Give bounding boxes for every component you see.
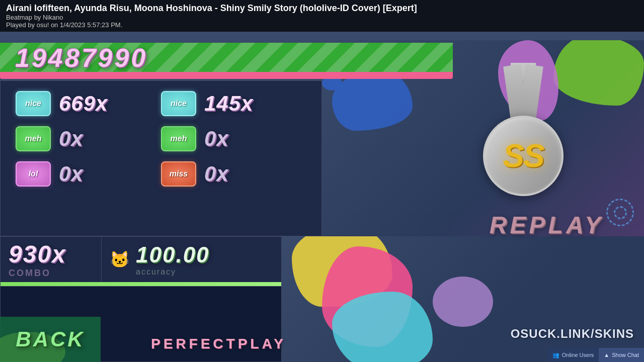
- score-value: 19487990: [15, 43, 147, 73]
- hit100-icon-2: meh: [161, 126, 196, 151]
- combo-box: 930x combo: [1, 237, 101, 282]
- back-button[interactable]: BACK: [0, 317, 101, 362]
- hit-stats-panel: nice 669x nice 145x meh 0x meh 0x lol 0x…: [0, 80, 322, 236]
- beatmap-info: Beatmap by Nikano Played by osu! on 1/4/…: [6, 14, 638, 29]
- played-by: Played by osu! on 1/4/2023 5:57:23 PM.: [6, 21, 122, 29]
- stat-row-hit300-2: nice 145x: [161, 91, 306, 116]
- accuracy-box: 🐱 100.00 accuracy: [101, 237, 281, 282]
- spinner-icon: [606, 199, 634, 226]
- medal-circle: SS: [483, 116, 564, 196]
- combo-accuracy-row: 930x combo 🐱 100.00 accuracy: [1, 237, 281, 282]
- accuracy-display: 100.00 accuracy: [136, 242, 210, 277]
- chevron-up-icon: ▲: [604, 352, 609, 358]
- score-bar: 19487990: [0, 43, 453, 73]
- combo-label: combo: [9, 268, 93, 279]
- bottom-bar: 👥 Online Users ▲ Show Chat: [547, 348, 644, 362]
- stat-row-hit100-1: meh 0x: [16, 126, 161, 151]
- combo-value: 930x: [9, 240, 93, 268]
- bottom-right-splats: [282, 236, 644, 362]
- online-users-button[interactable]: 👥 Online Users: [547, 348, 599, 362]
- stat-row-hit50-1: lol 0x: [16, 161, 161, 187]
- show-chat-label: Show Chat: [612, 352, 639, 358]
- splat-cyan: [332, 292, 433, 362]
- hit300-count-2: 145x: [204, 92, 253, 116]
- accuracy-label: accuracy: [136, 267, 210, 277]
- cat-icon: 🐱: [110, 250, 130, 269]
- watermark: OSUCK.LINK/SKINS: [511, 327, 634, 341]
- online-users-label: Online Users: [562, 352, 594, 358]
- progress-bar-fill: [1, 282, 281, 286]
- splat-blue: [332, 70, 413, 131]
- medal-grade: SS: [503, 137, 543, 174]
- song-title: Airani Iofifteen, Ayunda Risu, Moona Hos…: [6, 3, 638, 14]
- show-chat-button[interactable]: ▲ Show Chat: [599, 348, 644, 362]
- stats-grid: nice 669x nice 145x meh 0x meh 0x lol 0x…: [1, 81, 321, 197]
- hit300-count-1: 669x: [59, 92, 108, 116]
- stat-row-miss-1: miss 0x: [161, 161, 306, 187]
- miss-icon-1: miss: [161, 161, 196, 187]
- back-label: BACK: [16, 327, 85, 351]
- header-bar: Airani Iofifteen, Ayunda Risu, Moona Hos…: [0, 0, 644, 32]
- perfect-play-label: PERFECTPLAY: [151, 336, 286, 352]
- hit50-icon-1: lol: [16, 161, 51, 187]
- hit50-count-1: 0x: [59, 162, 84, 186]
- miss-count-1: 0x: [204, 162, 229, 186]
- online-users-icon: 👥: [552, 352, 559, 358]
- hit100-count-2: 0x: [204, 127, 229, 151]
- progress-bar: [1, 282, 281, 286]
- stat-row-hit100-2: meh 0x: [161, 126, 306, 151]
- stat-row-hit300-1: nice 669x: [16, 91, 161, 116]
- hit300-icon-2: nice: [161, 91, 196, 116]
- hit100-icon-1: meh: [16, 126, 51, 151]
- beatmap-by: Beatmap by Nikano: [6, 14, 63, 21]
- accuracy-value: 100.00: [136, 242, 210, 267]
- replay-button[interactable]: REPLAY: [490, 211, 604, 239]
- medal: SS: [473, 65, 574, 206]
- splat-light-purple: [433, 277, 493, 327]
- hit100-count-1: 0x: [59, 127, 84, 151]
- hit300-icon-1: nice: [16, 91, 51, 116]
